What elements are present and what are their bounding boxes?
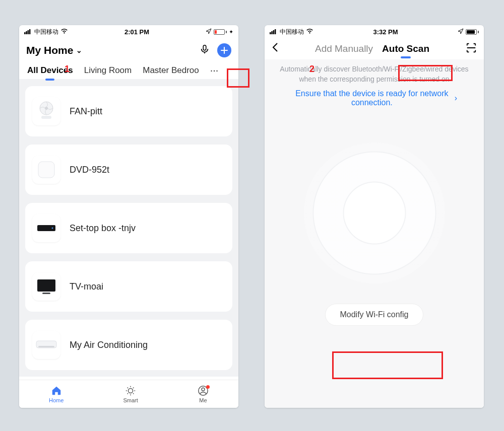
phone-add-device-screen: 中国移动 3:32 PM Add Manually Auto Scan Au — [265, 25, 484, 408]
tv-icon — [32, 272, 60, 301]
tab-auto-scan[interactable]: Auto Scan — [382, 43, 429, 54]
tab-living-room[interactable]: Living Room — [84, 65, 132, 76]
tab-all-devices[interactable]: All Devices — [27, 65, 73, 76]
ready-link[interactable]: Ensure that the device is ready for netw… — [291, 89, 457, 107]
back-button[interactable] — [272, 42, 279, 55]
device-list: FAN-pitt DVD-952t Set-top box -tnjv TV-m… — [19, 79, 238, 377]
nav-label: Me — [199, 397, 207, 403]
svg-point-15 — [129, 388, 133, 393]
carrier-label: 中国移动 — [34, 28, 58, 36]
scanning-radar — [304, 142, 445, 283]
svg-rect-20 — [273, 30, 275, 34]
clock: 3:32 PM — [373, 28, 398, 36]
fan-icon — [32, 97, 60, 125]
carrier-label: 中国移动 — [280, 28, 304, 36]
tab-add-manually[interactable]: Add Manually — [315, 43, 373, 54]
device-card[interactable]: FAN-pitt — [25, 86, 232, 136]
add-body: Automatically discover Bluetooth/Wi-Fi/Z… — [265, 59, 484, 408]
nav-label: Home — [49, 397, 64, 403]
device-card[interactable]: DVD-952t — [25, 145, 232, 195]
signal-icon — [270, 28, 278, 36]
wifi-icon — [60, 28, 68, 35]
nav-me[interactable]: Me — [198, 385, 209, 403]
modify-wifi-label: Modify Wi-Fi config — [340, 310, 408, 319]
battery-icon — [466, 29, 479, 35]
location-icon — [206, 28, 212, 36]
modify-wifi-button[interactable]: Modify Wi-Fi config — [325, 304, 423, 326]
nav-smart[interactable]: Smart — [123, 385, 138, 403]
status-bar: 中国移动 2:01 PM ✦ — [19, 25, 238, 36]
signal-icon — [24, 28, 32, 36]
svg-rect-8 — [38, 162, 54, 178]
svg-point-6 — [45, 107, 48, 110]
svg-rect-0 — [24, 32, 26, 34]
svg-rect-3 — [29, 29, 31, 34]
bottom-nav: Home Smart Me — [19, 380, 238, 408]
device-card[interactable]: My Air Conditioning — [25, 320, 232, 370]
tab-master-bedroom[interactable]: Master Bedroo — [143, 65, 199, 76]
status-bar: 中国移动 3:32 PM — [265, 25, 484, 36]
svg-rect-21 — [275, 29, 276, 34]
tabs-more-button[interactable]: ··· — [210, 64, 219, 76]
device-name: Set-top box -tnjv — [70, 223, 136, 234]
svg-point-17 — [202, 388, 205, 391]
room-tabs: All Devices Living Room Master Bedroo ··… — [19, 61, 238, 79]
add-header: Add Manually Auto Scan — [265, 36, 484, 59]
phone-home-screen: 中国移动 2:01 PM ✦ My Home ⌄ — [19, 25, 238, 408]
settop-icon — [32, 214, 60, 242]
svg-rect-11 — [37, 279, 55, 292]
me-icon — [198, 385, 209, 396]
nav-label: Smart — [123, 397, 138, 403]
svg-rect-14 — [38, 346, 54, 347]
device-name: TV-moai — [70, 281, 103, 292]
device-name: DVD-952t — [70, 165, 109, 175]
svg-rect-12 — [42, 293, 50, 294]
svg-rect-1 — [26, 31, 27, 34]
nav-home[interactable]: Home — [49, 385, 64, 403]
device-name: FAN-pitt — [70, 106, 102, 117]
svg-point-10 — [52, 228, 53, 229]
smart-icon — [125, 385, 136, 396]
ready-link-label: Ensure that the device is ready for netw… — [291, 89, 453, 107]
clock: 2:01 PM — [124, 28, 149, 36]
device-name: My Air Conditioning — [70, 340, 148, 350]
svg-rect-19 — [271, 31, 273, 34]
home-selector[interactable]: My Home ⌄ — [26, 44, 82, 56]
ac-icon — [32, 331, 60, 359]
charging-icon: ✦ — [229, 29, 233, 35]
home-header: My Home ⌄ — [19, 36, 238, 61]
svg-rect-2 — [28, 30, 29, 34]
home-icon — [51, 385, 62, 396]
home-title: My Home — [26, 44, 73, 56]
device-card[interactable]: TV-moai — [25, 261, 232, 312]
mic-icon[interactable] — [199, 44, 210, 57]
location-icon — [458, 28, 464, 36]
square-device-icon — [32, 156, 60, 184]
chevron-right-icon: › — [455, 94, 457, 103]
device-card[interactable]: Set-top box -tnjv — [25, 203, 232, 253]
wifi-icon — [306, 28, 313, 35]
scan-icon[interactable] — [466, 42, 477, 55]
chevron-down-icon: ⌄ — [76, 46, 82, 54]
battery-icon — [214, 29, 227, 35]
svg-rect-18 — [270, 32, 271, 34]
info-text: Automatically discover Bluetooth/Wi-Fi/Z… — [274, 64, 475, 84]
add-device-button[interactable] — [217, 43, 231, 57]
svg-rect-4 — [203, 45, 206, 50]
svg-rect-7 — [41, 116, 51, 119]
